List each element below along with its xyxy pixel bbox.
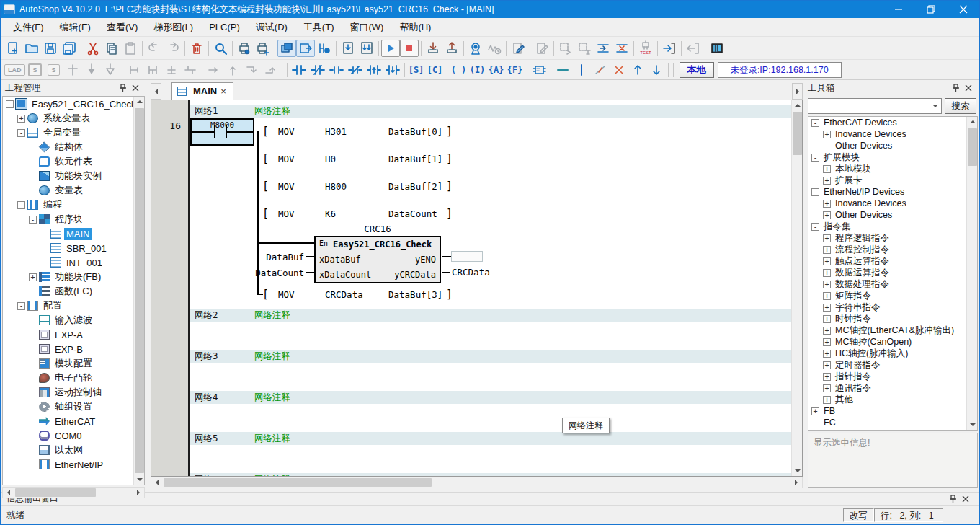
menu-plc[interactable]: PLC(P): [201, 19, 248, 35]
ladder-rung[interactable]: MOV H0 DataBuf[1]: [262, 145, 457, 172]
network-label[interactable]: 网络1: [195, 105, 218, 118]
tree-expander[interactable]: +: [823, 327, 831, 335]
tree-expander[interactable]: +: [823, 200, 831, 208]
compile-all-button[interactable]: [357, 40, 376, 57]
coil-set-button[interactable]: [S]: [407, 62, 426, 78]
contact-rising-button[interactable]: [365, 62, 383, 78]
block-output2-operand[interactable]: CRCData: [452, 267, 490, 278]
function-block-button[interactable]: [530, 62, 548, 78]
project-tree-vscrollbar[interactable]: [133, 97, 144, 485]
ladder-rung[interactable]: MOV H800 DataBuf[2]: [262, 172, 457, 200]
trace-button[interactable]: [485, 40, 504, 57]
contact-open-button[interactable]: [290, 62, 308, 78]
tree-item[interactable]: MAIN: [3, 226, 144, 241]
tree-item[interactable]: EXP-B: [3, 342, 144, 356]
tree-item[interactable]: + 其他: [808, 394, 977, 405]
cut-button[interactable]: [84, 40, 102, 57]
st-block-button[interactable]: S: [26, 62, 45, 78]
ladder-network-1[interactable]: 网络1 网络注释 M8000: [190, 105, 791, 309]
tree-item[interactable]: - 编程: [3, 198, 144, 212]
tab-scroll-right-icon[interactable]: [792, 83, 803, 100]
tree-expander[interactable]: +: [823, 257, 831, 265]
tree-expander[interactable]: +: [823, 338, 831, 346]
redo-button[interactable]: [164, 40, 182, 57]
close-panel-icon[interactable]: [129, 82, 142, 94]
delete-row-button[interactable]: [612, 40, 631, 57]
tree-expander[interactable]: -: [811, 188, 819, 196]
download-to-plc-button[interactable]: [424, 40, 442, 57]
upload-from-plc-button[interactable]: [442, 40, 461, 57]
tree-item[interactable]: 功能块实例: [3, 169, 144, 183]
tree-item[interactable]: 以太网: [3, 443, 144, 457]
tree-item[interactable]: 运动控制轴: [3, 385, 144, 400]
menu-debug[interactable]: 调试(D): [248, 18, 295, 37]
append-network-below-button[interactable]: [101, 62, 120, 78]
editor-hscrollbar[interactable]: [151, 477, 803, 488]
save-button[interactable]: [41, 40, 60, 57]
save-all-button[interactable]: [60, 40, 79, 57]
tree-item[interactable]: 模块配置: [3, 356, 144, 371]
tree-item[interactable]: - 程序块: [3, 212, 144, 226]
st-inline-button[interactable]: S: [45, 62, 63, 78]
tree-item[interactable]: - EtherCAT Devices: [808, 117, 977, 128]
append-network-button[interactable]: [82, 62, 101, 78]
tree-expander[interactable]: +: [823, 269, 831, 277]
copy-button[interactable]: [102, 40, 121, 57]
ladder-network[interactable]: 网络4 网络注释: [190, 391, 791, 432]
wire-up-button[interactable]: [223, 62, 242, 78]
tree-item[interactable]: SBR_001: [3, 241, 144, 255]
menu-file[interactable]: 文件(F): [5, 18, 52, 37]
close-button[interactable]: [947, 1, 979, 18]
coil-a-button[interactable]: {A}: [487, 62, 506, 78]
toolbox-search-combobox[interactable]: [808, 98, 942, 114]
insert-network-button[interactable]: [63, 62, 82, 78]
tree-item[interactable]: + FB: [808, 405, 977, 417]
local-mode-button[interactable]: 本地: [680, 62, 714, 78]
tree-expander[interactable]: -: [17, 302, 25, 310]
tree-item[interactable]: 轴组设置: [3, 400, 144, 414]
v-line-button[interactable]: [572, 62, 591, 78]
tree-expander[interactable]: -: [811, 154, 819, 162]
tree-item[interactable]: COM0: [3, 428, 144, 443]
tree-item[interactable]: - EtherNet/IP Devices: [808, 186, 977, 198]
ladder-rung[interactable]: MOV H301 DataBuf[0]: [262, 118, 457, 145]
insert-row-button[interactable]: [594, 40, 612, 57]
tree-expander[interactable]: -: [17, 129, 25, 137]
search-button[interactable]: 搜索: [945, 98, 976, 114]
tree-expander[interactable]: -: [6, 100, 14, 108]
delete-table-button[interactable]: [575, 40, 594, 57]
tree-expander[interactable]: +: [823, 281, 831, 288]
ladder-rung[interactable]: MOV CRCData DataBuf[3]: [262, 281, 457, 308]
contact-closed-button[interactable]: [308, 62, 327, 78]
move-up-button[interactable]: [628, 62, 647, 78]
tree-item[interactable]: EtherNet/IP: [3, 457, 144, 472]
branch-close-button[interactable]: [143, 62, 162, 78]
block-input1-operand[interactable]: DataBuf: [219, 252, 304, 262]
tree-item[interactable]: + 扩展卡: [808, 175, 977, 186]
delete-button[interactable]: [187, 40, 206, 57]
branch-merge-button[interactable]: [181, 62, 200, 78]
contact-m8000[interactable]: M8000: [190, 118, 254, 146]
tab-scroll-left-icon[interactable]: [151, 83, 161, 100]
test-mode-button[interactable]: TEST: [636, 40, 655, 57]
restore-button[interactable]: [914, 1, 947, 18]
logout-button[interactable]: [684, 40, 703, 57]
pin-icon[interactable]: [116, 82, 129, 94]
tree-item[interactable]: 软元件表: [3, 154, 144, 169]
ladder-canvas[interactable]: 16 网络1 网络注释 M8000: [151, 100, 803, 477]
toolbox-vscrollbar[interactable]: [966, 117, 977, 430]
tree-expander[interactable]: +: [823, 304, 831, 312]
menu-window[interactable]: 窗口(W): [342, 18, 391, 37]
ladder-monitor-button[interactable]: [315, 40, 334, 57]
tree-item[interactable]: - Easy521_CRC16_Check: [3, 97, 144, 111]
coil-counter-button[interactable]: [C]: [426, 62, 445, 78]
tree-item[interactable]: - 全局变量: [3, 125, 144, 140]
tree-expander[interactable]: +: [823, 361, 831, 369]
tree-expander[interactable]: +: [823, 234, 831, 242]
tree-expander[interactable]: +: [823, 131, 831, 138]
delete-element-button[interactable]: [610, 62, 628, 78]
tree-item[interactable]: 结构体: [3, 140, 144, 154]
wire-right-button[interactable]: [205, 62, 223, 78]
tree-item[interactable]: INT_001: [3, 255, 144, 270]
tree-expander[interactable]: +: [823, 246, 831, 254]
